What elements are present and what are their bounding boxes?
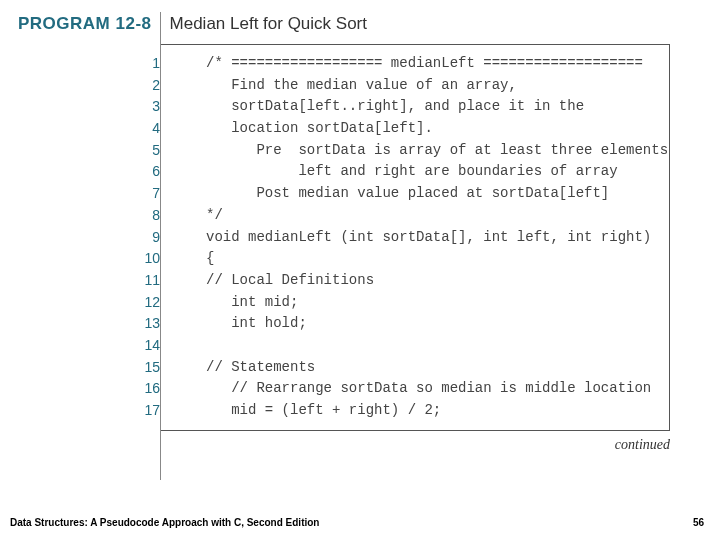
- program-header: PROGRAM 12-8 Median Left for Quick Sort: [0, 0, 720, 40]
- code-line: 13 int hold;: [172, 313, 657, 335]
- page-number: 56: [693, 517, 704, 528]
- code-line: 7 Post median value placed at sortData[l…: [172, 183, 657, 205]
- code-line: 6 left and right are boundaries of array: [172, 161, 657, 183]
- code-line: 17 mid = (left + right) / 2;: [172, 400, 657, 422]
- code-line: 2 Find the median value of an array,: [172, 75, 657, 97]
- code-line: 10{: [172, 248, 657, 270]
- code-line: 12 int mid;: [172, 292, 657, 314]
- vertical-rule: [160, 12, 161, 480]
- code-line: 5 Pre sortData is array of at least thre…: [172, 140, 657, 162]
- program-label: PROGRAM 12-8: [18, 14, 152, 34]
- code-line: 4 location sortData[left].: [172, 118, 657, 140]
- program-title: Median Left for Quick Sort: [170, 14, 367, 34]
- code-line: 14: [172, 335, 657, 357]
- code-line: 16 // Rearrange sortData so median is mi…: [172, 378, 657, 400]
- code-line: 15// Statements: [172, 357, 657, 379]
- code-line: 1/* ================== medianLeft ======…: [172, 53, 657, 75]
- footer-book-title: Data Structures: A Pseudocode Approach w…: [10, 517, 319, 528]
- code-line: 8*/: [172, 205, 657, 227]
- code-line: 9void medianLeft (int sortData[], int le…: [172, 227, 657, 249]
- code-line: 11// Local Definitions: [172, 270, 657, 292]
- code-listing-box: 1/* ================== medianLeft ======…: [160, 44, 670, 431]
- continued-label: continued: [0, 437, 670, 453]
- code-line: 3 sortData[left..right], and place it in…: [172, 96, 657, 118]
